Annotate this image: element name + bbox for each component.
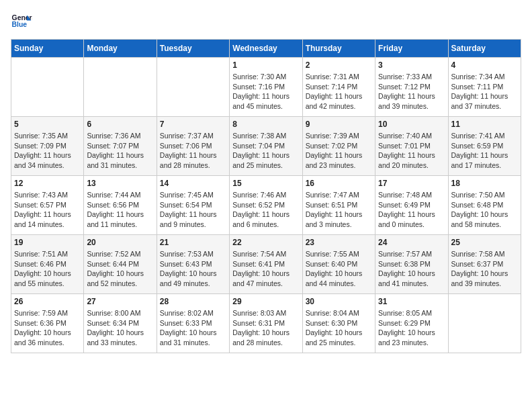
day-number: 16 (306, 179, 372, 188)
day-info: Sunrise: 7:43 AM Sunset: 6:57 PM Dayligh… (14, 190, 81, 230)
calendar-day-12: 12Sunrise: 7:43 AM Sunset: 6:57 PM Dayli… (11, 176, 84, 235)
day-number: 22 (232, 238, 299, 247)
svg-text:Blue: Blue (12, 21, 28, 28)
day-info: Sunrise: 7:44 AM Sunset: 6:56 PM Dayligh… (87, 190, 153, 230)
calendar-day-17: 17Sunrise: 7:48 AM Sunset: 6:49 PM Dayli… (375, 176, 448, 235)
day-info: Sunrise: 7:54 AM Sunset: 6:41 PM Dayligh… (232, 249, 299, 289)
day-number: 8 (232, 120, 299, 129)
calendar-day-7: 7Sunrise: 7:37 AM Sunset: 7:06 PM Daylig… (157, 117, 229, 176)
calendar-day-27: 27Sunrise: 8:00 AM Sunset: 6:34 PM Dayli… (84, 294, 157, 353)
calendar-day-30: 30Sunrise: 8:04 AM Sunset: 6:30 PM Dayli… (302, 294, 375, 353)
calendar-day-16: 16Sunrise: 7:47 AM Sunset: 6:51 PM Dayli… (302, 176, 375, 235)
day-header-monday: Monday (84, 40, 157, 58)
calendar-day-26: 26Sunrise: 7:59 AM Sunset: 6:36 PM Dayli… (11, 294, 84, 353)
logo: General Blue (11, 11, 32, 32)
day-header-sunday: Sunday (11, 40, 84, 58)
day-info: Sunrise: 7:39 AM Sunset: 7:02 PM Dayligh… (306, 131, 372, 171)
calendar-day-28: 28Sunrise: 8:02 AM Sunset: 6:33 PM Dayli… (157, 294, 229, 353)
calendar-week-row: 19Sunrise: 7:51 AM Sunset: 6:46 PM Dayli… (11, 235, 521, 294)
calendar-day-21: 21Sunrise: 7:53 AM Sunset: 6:43 PM Dayli… (157, 235, 229, 294)
calendar-day-6: 6Sunrise: 7:36 AM Sunset: 7:07 PM Daylig… (84, 117, 157, 176)
day-info: Sunrise: 7:34 AM Sunset: 7:11 PM Dayligh… (451, 72, 518, 111)
day-info: Sunrise: 7:35 AM Sunset: 7:09 PM Dayligh… (14, 131, 81, 171)
day-info: Sunrise: 7:37 AM Sunset: 7:06 PM Dayligh… (160, 131, 226, 171)
day-number: 19 (14, 238, 81, 247)
day-number: 25 (451, 238, 518, 247)
day-number: 2 (306, 60, 372, 70)
day-number: 28 (160, 297, 226, 306)
day-info: Sunrise: 7:45 AM Sunset: 6:54 PM Dayligh… (160, 190, 226, 230)
calendar-day-18: 18Sunrise: 7:50 AM Sunset: 6:48 PM Dayli… (448, 176, 521, 235)
day-info: Sunrise: 7:52 AM Sunset: 6:44 PM Dayligh… (87, 249, 153, 289)
day-number: 20 (87, 238, 153, 247)
calendar-week-row: 5Sunrise: 7:35 AM Sunset: 7:09 PM Daylig… (11, 117, 521, 176)
day-info: Sunrise: 8:02 AM Sunset: 6:33 PM Dayligh… (160, 308, 226, 348)
day-info: Sunrise: 7:31 AM Sunset: 7:14 PM Dayligh… (306, 72, 372, 111)
calendar-day-19: 19Sunrise: 7:51 AM Sunset: 6:46 PM Dayli… (11, 235, 84, 294)
day-header-saturday: Saturday (448, 40, 521, 58)
calendar-body: 1Sunrise: 7:30 AM Sunset: 7:16 PM Daylig… (11, 58, 521, 353)
day-info: Sunrise: 7:38 AM Sunset: 7:04 PM Dayligh… (232, 131, 299, 171)
day-info: Sunrise: 7:55 AM Sunset: 6:40 PM Dayligh… (306, 249, 372, 289)
calendar-day-5: 5Sunrise: 7:35 AM Sunset: 7:09 PM Daylig… (11, 117, 84, 176)
day-info: Sunrise: 7:41 AM Sunset: 6:59 PM Dayligh… (451, 131, 518, 171)
day-number: 29 (232, 297, 299, 306)
calendar-day-3: 3Sunrise: 7:33 AM Sunset: 7:12 PM Daylig… (375, 58, 448, 117)
day-number: 4 (451, 60, 518, 70)
calendar-day-10: 10Sunrise: 7:40 AM Sunset: 7:01 PM Dayli… (375, 117, 448, 176)
calendar-week-row: 1Sunrise: 7:30 AM Sunset: 7:16 PM Daylig… (11, 58, 521, 117)
calendar-empty-cell (11, 58, 84, 117)
calendar-day-25: 25Sunrise: 7:58 AM Sunset: 6:37 PM Dayli… (448, 235, 521, 294)
day-number: 7 (160, 120, 226, 129)
day-info: Sunrise: 7:58 AM Sunset: 6:37 PM Dayligh… (451, 249, 518, 289)
day-info: Sunrise: 7:30 AM Sunset: 7:16 PM Dayligh… (232, 72, 299, 111)
logo-icon: General Blue (11, 11, 32, 32)
day-info: Sunrise: 8:04 AM Sunset: 6:30 PM Dayligh… (306, 308, 372, 348)
calendar-day-4: 4Sunrise: 7:34 AM Sunset: 7:11 PM Daylig… (448, 58, 521, 117)
calendar-day-1: 1Sunrise: 7:30 AM Sunset: 7:16 PM Daylig… (230, 58, 302, 117)
calendar-day-11: 11Sunrise: 7:41 AM Sunset: 6:59 PM Dayli… (448, 117, 521, 176)
day-header-tuesday: Tuesday (157, 40, 229, 58)
day-info: Sunrise: 7:33 AM Sunset: 7:12 PM Dayligh… (378, 72, 445, 111)
day-info: Sunrise: 7:47 AM Sunset: 6:51 PM Dayligh… (306, 190, 372, 230)
day-number: 26 (14, 297, 81, 306)
calendar-day-15: 15Sunrise: 7:46 AM Sunset: 6:52 PM Dayli… (230, 176, 302, 235)
day-number: 6 (87, 120, 153, 129)
calendar-empty-cell (157, 58, 229, 117)
calendar-day-29: 29Sunrise: 8:03 AM Sunset: 6:31 PM Dayli… (230, 294, 302, 353)
day-number: 13 (87, 179, 153, 188)
calendar-day-22: 22Sunrise: 7:54 AM Sunset: 6:41 PM Dayli… (230, 235, 302, 294)
day-number: 5 (14, 120, 81, 129)
day-info: Sunrise: 7:50 AM Sunset: 6:48 PM Dayligh… (451, 190, 518, 230)
day-number: 30 (306, 297, 372, 306)
calendar-day-23: 23Sunrise: 7:55 AM Sunset: 6:40 PM Dayli… (302, 235, 375, 294)
day-number: 14 (160, 179, 226, 188)
day-header-thursday: Thursday (302, 40, 375, 58)
day-info: Sunrise: 7:36 AM Sunset: 7:07 PM Dayligh… (87, 131, 153, 171)
day-number: 9 (306, 120, 372, 129)
day-number: 31 (378, 297, 445, 306)
page-header: General Blue (11, 11, 521, 32)
day-number: 15 (232, 179, 299, 188)
day-number: 24 (378, 238, 445, 247)
day-number: 27 (87, 297, 153, 306)
day-number: 11 (451, 120, 518, 129)
day-number: 3 (378, 60, 445, 70)
calendar-day-9: 9Sunrise: 7:39 AM Sunset: 7:02 PM Daylig… (302, 117, 375, 176)
calendar-empty-cell (448, 294, 521, 353)
calendar-day-14: 14Sunrise: 7:45 AM Sunset: 6:54 PM Dayli… (157, 176, 229, 235)
day-header-wednesday: Wednesday (230, 40, 302, 58)
calendar-header-row: SundayMondayTuesdayWednesdayThursdayFrid… (11, 40, 521, 58)
day-info: Sunrise: 7:51 AM Sunset: 6:46 PM Dayligh… (14, 249, 81, 289)
day-info: Sunrise: 7:40 AM Sunset: 7:01 PM Dayligh… (378, 131, 445, 171)
day-info: Sunrise: 8:05 AM Sunset: 6:29 PM Dayligh… (378, 308, 445, 348)
calendar-day-20: 20Sunrise: 7:52 AM Sunset: 6:44 PM Dayli… (84, 235, 157, 294)
day-number: 12 (14, 179, 81, 188)
calendar-empty-cell (84, 58, 157, 117)
day-info: Sunrise: 7:57 AM Sunset: 6:38 PM Dayligh… (378, 249, 445, 289)
day-info: Sunrise: 7:46 AM Sunset: 6:52 PM Dayligh… (232, 190, 299, 230)
calendar-day-13: 13Sunrise: 7:44 AM Sunset: 6:56 PM Dayli… (84, 176, 157, 235)
calendar-day-31: 31Sunrise: 8:05 AM Sunset: 6:29 PM Dayli… (375, 294, 448, 353)
calendar-day-24: 24Sunrise: 7:57 AM Sunset: 6:38 PM Dayli… (375, 235, 448, 294)
day-info: Sunrise: 7:59 AM Sunset: 6:36 PM Dayligh… (14, 308, 81, 348)
